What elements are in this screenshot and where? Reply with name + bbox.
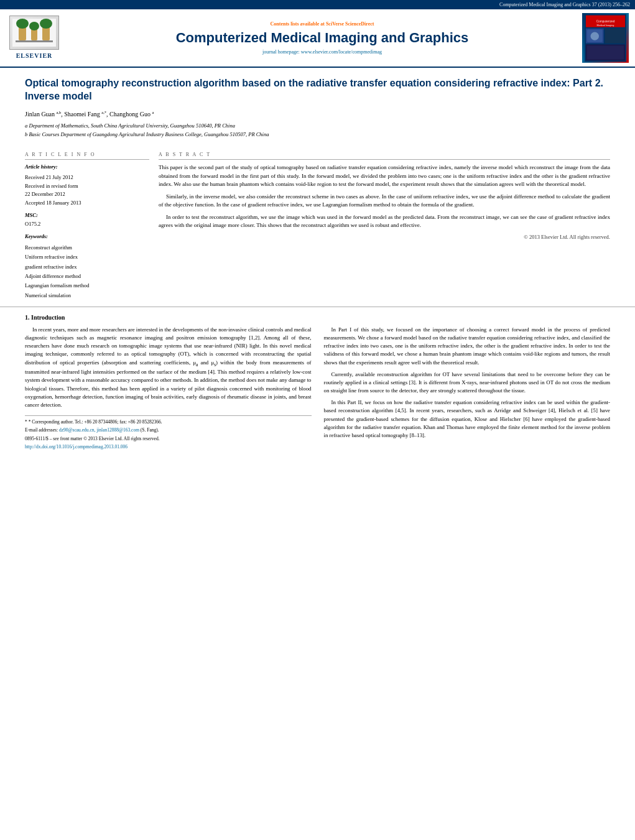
intro-para-right-2: Currently, available reconstruction algo… xyxy=(324,371,611,395)
msc-label: MSC: xyxy=(25,212,149,219)
journal-homepage: journal homepage: www.elsevier.com/locat… xyxy=(68,48,576,55)
intro-para-1: In recent years, more and more researche… xyxy=(25,326,312,409)
article-info-label: A R T I C L E I N F O xyxy=(25,151,149,160)
revised-date-val: 22 December 2012 xyxy=(25,191,65,197)
revised-date: Received in revised form22 December 2012 xyxy=(25,182,149,199)
abstract-para-1: This paper is the second part of the stu… xyxy=(159,164,610,189)
email-label: E-mail addresses: xyxy=(25,427,59,433)
sciencedirect-name[interactable]: SciVerse ScienceDirect xyxy=(326,21,374,27)
corresponding-note: * * Corresponding author. Tel.: +86 20 8… xyxy=(25,418,312,425)
body-two-col: In recent years, more and more researche… xyxy=(25,326,610,451)
doi-url[interactable]: http://dx.doi.org/10.1016/j.compmedimag.… xyxy=(25,444,127,450)
authors-text: Jinlan Guan a,b, Shaomei Fang a,*, Chang… xyxy=(25,111,154,118)
journal-cover-thumbnail: Computerized Medical Imaging xyxy=(582,13,629,63)
keywords-list: Reconstruct algorithm Uniform refractive… xyxy=(25,243,149,300)
article-history-label: Article history: xyxy=(25,164,149,171)
elsevier-brand: ELSEVIER xyxy=(16,52,53,60)
authors-line: Jinlan Guan a,b, Shaomei Fang a,*, Chang… xyxy=(25,109,610,119)
copyright-text: © 2013 Elsevier Ltd. All rights reserved… xyxy=(159,234,610,241)
article-dates: Received 21 July 2012 Received in revise… xyxy=(25,173,149,207)
issn-line: 0895-6111/$ – see front matter © 2013 El… xyxy=(25,435,312,442)
journal-header: ELSEVIER Contents lists available at Sci… xyxy=(0,9,635,68)
sciencedirect-link: Contents lists available at SciVerse Sci… xyxy=(68,21,576,27)
journal-center: Contents lists available at SciVerse Sci… xyxy=(68,21,576,55)
body-right-col: In Part I of this study, we focused on t… xyxy=(324,326,611,451)
msc-value: O175.2 xyxy=(25,221,149,228)
svg-rect-7 xyxy=(16,40,53,42)
svg-rect-15 xyxy=(605,29,626,44)
elsevier-logo: ELSEVIER xyxy=(6,16,62,60)
elsevier-logo-image xyxy=(9,16,59,50)
keyword-6: Numerical simulation xyxy=(25,291,149,300)
page: Computerized Medical Imaging and Graphic… xyxy=(0,0,635,840)
accepted-date: Accepted 18 January 2013 xyxy=(25,199,149,208)
article-info-abstract: A R T I C L E I N F O Article history: R… xyxy=(0,146,635,307)
journal-full-title: Computerized Medical Imaging and Graphic… xyxy=(68,30,576,46)
svg-point-6 xyxy=(40,19,52,29)
keyword-1: Reconstruct algorithm xyxy=(25,243,149,252)
email-values[interactable]: dz90@scau.edu.cn, jinlan12888@163.com xyxy=(59,427,139,433)
elsevier-tree-icon xyxy=(12,19,56,47)
intro-heading: 1. Introduction xyxy=(25,313,610,322)
article-title-section: Optical tomography reconstruction algori… xyxy=(0,68,635,146)
email-name: (S. Fang). xyxy=(139,427,159,433)
affiliation-1: a Department of Mathematics, South China… xyxy=(25,122,610,130)
keywords-label: Keywords: xyxy=(25,233,149,241)
journal-citation: Computerized Medical Imaging and Graphic… xyxy=(499,2,630,7)
svg-point-14 xyxy=(591,32,599,40)
abstract-label: A B S T R A C T xyxy=(159,151,610,160)
intro-para-right-3: In this Part II, we focus on how the rad… xyxy=(324,399,611,440)
intro-para-right-1: In Part I of this study, we focused on t… xyxy=(324,326,611,367)
doi-line: http://dx.doi.org/10.1016/j.compmedimag.… xyxy=(25,443,312,450)
affiliation-2: b Basic Courses Department of Guangdong … xyxy=(25,131,610,139)
body-section: 1. Introduction In recent years, more an… xyxy=(0,307,635,458)
abstract-para-2: Similarly, in the inverse model, we also… xyxy=(159,193,610,210)
journal-citation-bar: Computerized Medical Imaging and Graphic… xyxy=(0,0,635,9)
svg-point-2 xyxy=(16,19,29,29)
corresponding-text: * Corresponding author. Tel.: +86 20 873… xyxy=(29,419,162,425)
article-title: Optical tomography reconstruction algori… xyxy=(25,77,610,103)
keyword-2: Uniform refractive index xyxy=(25,252,149,262)
footnotes: * * Corresponding author. Tel.: +86 20 8… xyxy=(25,415,312,450)
abstract-column: A B S T R A C T This paper is the second… xyxy=(159,151,610,300)
keyword-5: Lagrangian formalism method xyxy=(25,281,149,290)
keyword-4: Adjoint difference method xyxy=(25,272,149,281)
cover-image-icon: Computerized Medical Imaging xyxy=(585,13,626,63)
keyword-3: gradient refractive index xyxy=(25,262,149,272)
homepage-url[interactable]: www.elsevier.com/locate/compmedimag xyxy=(301,49,382,55)
svg-text:Medical Imaging: Medical Imaging xyxy=(597,24,614,27)
sciencedirect-prefix: Contents lists available at xyxy=(271,21,326,27)
svg-rect-17 xyxy=(587,46,624,60)
svg-point-4 xyxy=(29,22,39,30)
svg-text:Computerized: Computerized xyxy=(596,20,615,23)
abstract-body: This paper is the second part of the stu… xyxy=(159,164,610,230)
abstract-para-3: In order to test the reconstruct algorit… xyxy=(159,213,610,230)
email-note: E-mail addresses: dz90@scau.edu.cn, jinl… xyxy=(25,427,312,433)
received-date: Received 21 July 2012 xyxy=(25,173,149,182)
homepage-prefix: journal homepage: xyxy=(262,49,301,55)
article-info-column: A R T I C L E I N F O Article history: R… xyxy=(25,151,149,300)
body-left-col: In recent years, more and more researche… xyxy=(25,326,312,451)
